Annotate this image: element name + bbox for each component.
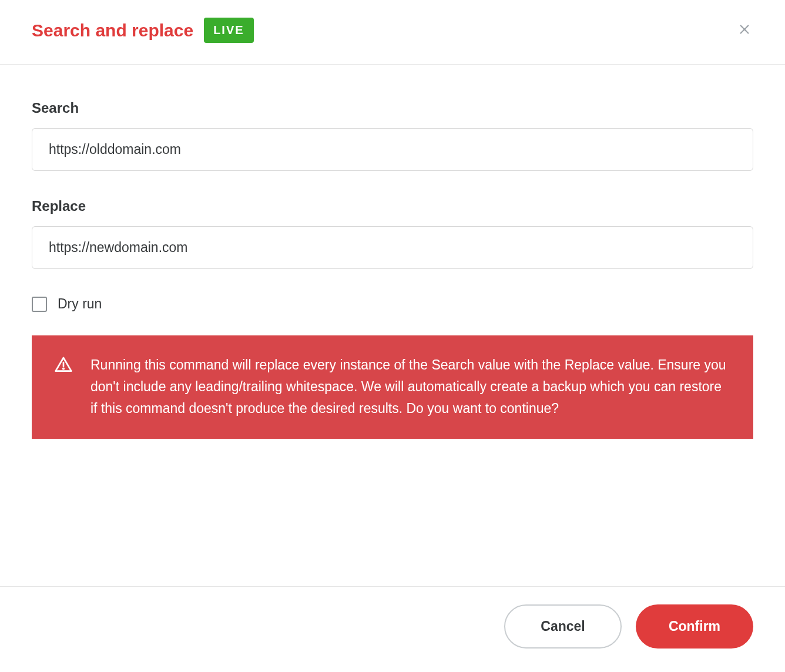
dialog-title: Search and replace	[32, 21, 193, 41]
close-button[interactable]	[736, 21, 753, 40]
replace-group: Replace	[32, 198, 753, 269]
close-icon	[738, 23, 751, 38]
svg-point-3	[63, 368, 64, 369]
search-group: Search	[32, 100, 753, 171]
cancel-button[interactable]: Cancel	[504, 604, 622, 649]
live-badge: LIVE	[204, 18, 253, 43]
header-left: Search and replace LIVE	[32, 18, 254, 43]
search-label: Search	[32, 100, 753, 116]
dry-run-row: Dry run	[32, 296, 753, 312]
replace-label: Replace	[32, 198, 753, 214]
search-input[interactable]	[32, 128, 753, 171]
warning-icon	[54, 355, 73, 377]
confirm-button[interactable]: Confirm	[636, 604, 753, 649]
warning-text: Running this command will replace every …	[90, 354, 731, 419]
dialog-footer: Cancel Confirm	[0, 587, 785, 672]
dry-run-label[interactable]: Dry run	[58, 296, 102, 312]
dialog-body: Search Replace Dry run Running this comm…	[0, 65, 785, 587]
dry-run-checkbox[interactable]	[32, 297, 47, 312]
dialog-header: Search and replace LIVE	[0, 0, 785, 65]
warning-box: Running this command will replace every …	[32, 335, 753, 439]
replace-input[interactable]	[32, 226, 753, 269]
search-replace-dialog: Search and replace LIVE Search Replace D…	[0, 0, 785, 672]
